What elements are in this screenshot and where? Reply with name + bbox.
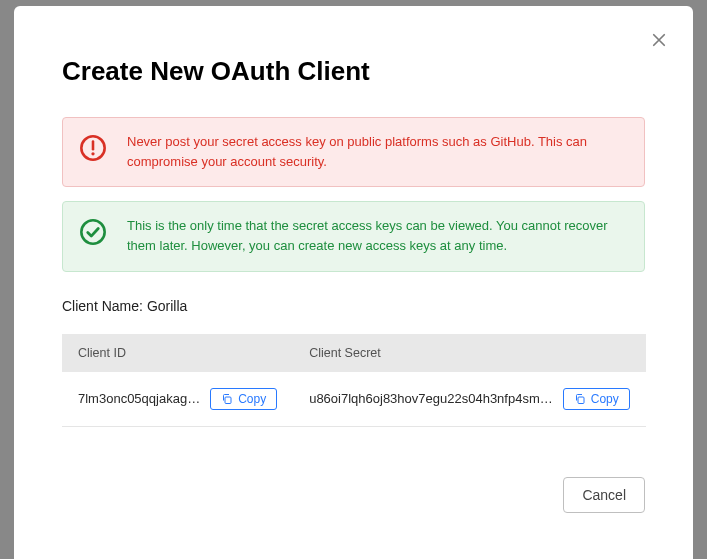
exclamation-circle-icon	[79, 134, 107, 162]
copy-icon	[221, 393, 233, 405]
oauth-client-modal: Create New OAuth Client Never post your …	[14, 6, 693, 559]
copy-icon	[574, 393, 586, 405]
column-header-client-secret: Client Secret	[293, 334, 646, 372]
copy-label: Copy	[591, 392, 619, 406]
table-header-row: Client ID Client Secret	[62, 334, 646, 372]
checkmark-circle-icon	[79, 218, 107, 246]
alert-warning-text: Never post your secret access key on pub…	[127, 132, 628, 172]
svg-point-2	[91, 152, 94, 155]
client-id-value: 7lm3onc05qqjakag…	[78, 391, 200, 406]
credentials-table: Client ID Client Secret 7lm3onc05qqjakag…	[62, 334, 646, 427]
table-row: 7lm3onc05qqjakag… Copy u86oi7lqh6oj83hov…	[62, 372, 646, 427]
client-secret-value: u86oi7lqh6oj83hov7egu22s04h3nfp4sm…	[309, 391, 553, 406]
close-icon	[650, 31, 668, 49]
copy-label: Copy	[238, 392, 266, 406]
column-header-client-id: Client ID	[62, 334, 293, 372]
cancel-button[interactable]: Cancel	[563, 477, 645, 513]
client-name-row: Client Name: Gorilla	[62, 298, 645, 314]
client-name-value: Gorilla	[147, 298, 187, 314]
svg-point-3	[81, 221, 104, 244]
alert-success-text: This is the only time that the secret ac…	[127, 216, 628, 256]
client-name-label: Client Name:	[62, 298, 143, 314]
copy-client-id-button[interactable]: Copy	[210, 388, 277, 410]
svg-rect-4	[225, 397, 231, 404]
svg-rect-5	[578, 397, 584, 404]
modal-footer: Cancel	[62, 477, 645, 513]
alert-success: This is the only time that the secret ac…	[62, 201, 645, 271]
modal-title: Create New OAuth Client	[62, 56, 645, 87]
close-button[interactable]	[649, 30, 669, 50]
alert-warning: Never post your secret access key on pub…	[62, 117, 645, 187]
copy-client-secret-button[interactable]: Copy	[563, 388, 630, 410]
